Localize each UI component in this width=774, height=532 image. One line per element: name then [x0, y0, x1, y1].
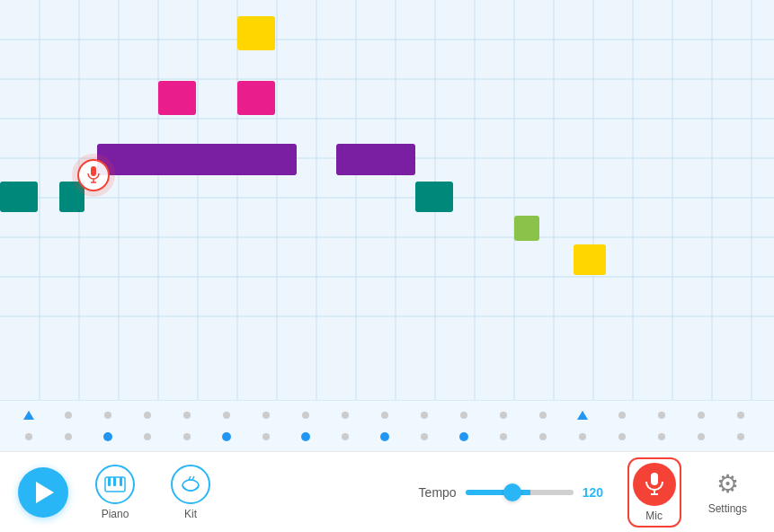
note-pink-1[interactable] — [158, 81, 196, 115]
seq-cell[interactable] — [246, 428, 286, 446]
note-yellow-1[interactable] — [237, 16, 275, 50]
mic-icon — [645, 473, 664, 496]
svg-rect-31 — [108, 477, 111, 486]
mic-button-wrapper[interactable]: Mic — [627, 457, 681, 528]
seq-cell[interactable] — [286, 406, 325, 424]
seq-cell[interactable] — [167, 406, 207, 424]
note-purple-1[interactable] — [97, 144, 297, 175]
settings-icon: ⚙ — [716, 469, 739, 499]
seq-cell[interactable] — [721, 406, 761, 424]
seq-cell[interactable] — [523, 406, 563, 424]
sequencer-row-1 — [9, 406, 765, 424]
seq-cell[interactable] — [642, 428, 681, 446]
seq-cell[interactable] — [9, 428, 49, 446]
seq-cell[interactable] — [9, 406, 49, 424]
seq-cell[interactable] — [444, 428, 484, 446]
seq-cell[interactable] — [721, 428, 761, 446]
toolbar: Piano Kit Tempo 120 — [0, 451, 774, 532]
sequencer-area — [0, 400, 774, 451]
svg-rect-27 — [91, 166, 96, 176]
svg-rect-32 — [113, 477, 116, 486]
seq-cell[interactable] — [563, 406, 602, 424]
mic-label: Mic — [645, 510, 663, 522]
seq-cell[interactable] — [207, 428, 246, 446]
note-pink-2[interactable] — [237, 81, 275, 115]
piano-icon — [95, 465, 135, 504]
note-purple-2[interactable] — [336, 144, 415, 175]
svg-line-37 — [192, 476, 194, 480]
seq-cell[interactable] — [88, 406, 128, 424]
seq-cell[interactable] — [681, 406, 721, 424]
grid-area[interactable] — [0, 0, 774, 400]
play-icon — [36, 482, 54, 503]
seq-cell[interactable] — [325, 428, 365, 446]
seq-cell[interactable] — [484, 428, 523, 446]
kit-icon — [171, 465, 210, 504]
seq-cell[interactable] — [523, 428, 563, 446]
seq-cell[interactable] — [681, 428, 721, 446]
svg-rect-38 — [651, 473, 658, 485]
seq-cell[interactable] — [602, 406, 642, 424]
seq-cell[interactable] — [246, 406, 286, 424]
seq-cell[interactable] — [128, 428, 167, 446]
settings-label: Settings — [708, 502, 747, 515]
kit-button[interactable]: Kit — [162, 459, 219, 526]
seq-cell[interactable] — [49, 406, 88, 424]
note-green-1[interactable] — [514, 216, 539, 241]
seq-cell[interactable] — [325, 406, 365, 424]
mic-icon-small — [86, 166, 101, 184]
tempo-label: Tempo — [419, 485, 457, 500]
seq-cell[interactable] — [365, 428, 405, 446]
seq-cell[interactable] — [128, 406, 167, 424]
kit-label: Kit — [184, 508, 197, 520]
svg-rect-33 — [120, 477, 122, 486]
piano-label: Piano — [102, 508, 129, 520]
note-teal-1[interactable] — [0, 182, 38, 212]
mic-button[interactable] — [633, 463, 676, 506]
sequencer-row-2 — [9, 428, 765, 446]
seq-cell[interactable] — [49, 428, 88, 446]
note-yellow-2[interactable] — [574, 244, 606, 275]
seq-cell[interactable] — [167, 428, 207, 446]
piano-button[interactable]: Piano — [86, 459, 144, 526]
seq-cell[interactable] — [484, 406, 523, 424]
tempo-section: Tempo 120 — [419, 485, 609, 500]
seq-cell[interactable] — [444, 406, 484, 424]
grid-svg — [0, 0, 774, 400]
mic-cursor — [77, 159, 110, 191]
tempo-value: 120 — [583, 485, 609, 500]
seq-cell[interactable] — [405, 428, 444, 446]
seq-cell[interactable] — [286, 428, 325, 446]
seq-cell[interactable] — [88, 428, 128, 446]
tempo-slider[interactable] — [466, 490, 574, 495]
seq-cell[interactable] — [602, 428, 642, 446]
seq-cell[interactable] — [405, 406, 444, 424]
play-button[interactable] — [18, 467, 68, 518]
seq-cell[interactable] — [365, 406, 405, 424]
seq-cell[interactable] — [207, 406, 246, 424]
settings-button[interactable]: ⚙ Settings — [699, 464, 756, 520]
seq-cell[interactable] — [563, 428, 602, 446]
seq-cell[interactable] — [642, 406, 681, 424]
note-teal-3[interactable] — [415, 182, 453, 212]
